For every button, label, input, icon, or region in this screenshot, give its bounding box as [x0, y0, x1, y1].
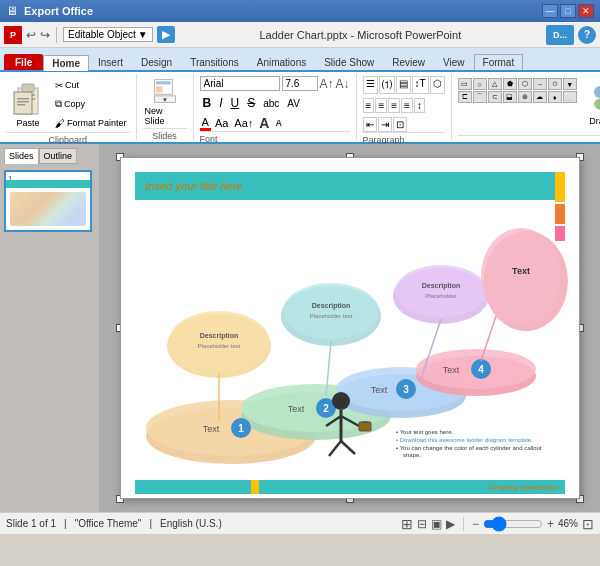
bold-button[interactable]: B — [200, 95, 215, 111]
more-paragraph-button[interactable]: ⊡ — [393, 117, 407, 132]
drawing-button[interactable]: Drawing — [581, 80, 600, 132]
tab-view[interactable]: View — [434, 54, 474, 70]
svg-text:Placeholder text: Placeholder text — [309, 313, 352, 319]
justify-button[interactable]: ≡ — [401, 98, 413, 113]
shape-6[interactable]: → — [533, 78, 547, 90]
slide-frame[interactable]: Insert your title here — [120, 157, 580, 499]
copy-button[interactable]: ⧉Copy — [52, 95, 130, 113]
shape-14[interactable]: ♦ — [548, 91, 562, 103]
svg-rect-8 — [17, 104, 25, 106]
svg-text:Description: Description — [200, 332, 239, 340]
shape-7[interactable]: ✩ — [548, 78, 562, 90]
bottom-accent-bar-yellow — [251, 480, 259, 494]
font-size-large[interactable]: A — [257, 115, 271, 131]
columns-button[interactable]: ▤ — [396, 76, 411, 94]
svg-text:Description: Description — [422, 282, 461, 290]
tab-file[interactable]: File — [4, 54, 43, 70]
shape-3[interactable]: △ — [488, 78, 502, 90]
shape-9[interactable]: ⌒ — [473, 91, 487, 103]
convert-to-smartart[interactable]: ⬡ — [430, 76, 445, 94]
shape-10[interactable]: ⊂ — [488, 91, 502, 103]
slides-tab[interactable]: Slides — [4, 148, 39, 164]
slide-sorter-button[interactable]: ⊟ — [417, 517, 427, 531]
thumb-figure — [10, 192, 86, 226]
slideshow-button[interactable]: ▶ — [446, 517, 455, 531]
svg-text:1: 1 — [238, 423, 244, 434]
line-spacing-button[interactable]: ↕ — [414, 98, 425, 113]
tab-design[interactable]: Design — [132, 54, 181, 70]
cut-button[interactable]: ✂Cut — [52, 76, 130, 94]
drawing-label: Drawing — [589, 116, 600, 126]
char-spacing-button[interactable]: AV — [284, 97, 303, 110]
redo-button[interactable]: ↪ — [40, 28, 50, 42]
numbering-button[interactable]: ⑴ — [379, 76, 395, 94]
align-left-button[interactable]: ≡ — [363, 98, 375, 113]
close-button[interactable]: ✕ — [578, 4, 594, 18]
shape-5[interactable]: ⬡ — [518, 78, 532, 90]
shape-8[interactable]: ⊏ — [458, 91, 472, 103]
svg-point-51 — [395, 265, 487, 317]
increase-indent-button[interactable]: ⇥ — [378, 117, 392, 132]
paste-button[interactable]: Paste — [6, 78, 50, 130]
tab-review[interactable]: Review — [383, 54, 434, 70]
shape-13[interactable]: ☁ — [533, 91, 547, 103]
shape-12[interactable]: ⊛ — [518, 91, 532, 103]
outline-tab[interactable]: Outline — [39, 148, 78, 164]
status-bar: Slide 1 of 1 | "Office Theme" | English … — [0, 512, 600, 534]
reading-view-button[interactable]: ▣ — [431, 517, 442, 531]
font-size-input[interactable] — [282, 76, 318, 91]
maximize-button[interactable]: □ — [560, 4, 576, 18]
svg-point-56 — [481, 228, 561, 324]
tab-home[interactable]: Home — [43, 55, 89, 71]
increase-font-button[interactable]: A↑ — [320, 77, 334, 91]
slide-canvas-area[interactable]: Insert your title here — [100, 144, 600, 512]
fit-window-button[interactable]: ⊡ — [582, 516, 594, 532]
normal-view-button[interactable]: ⊞ — [401, 516, 413, 532]
tab-animations[interactable]: Animations — [248, 54, 315, 70]
text-direction-button[interactable]: ↕T — [412, 76, 429, 94]
theme-info[interactable]: "Office Theme" — [75, 518, 142, 529]
forward-button[interactable]: ▶ — [157, 26, 175, 43]
svg-text:• You can change the color of : • You can change the color of each cylin… — [396, 445, 542, 451]
font-color-button[interactable]: A — [200, 116, 211, 131]
zoom-out-button[interactable]: − — [472, 517, 479, 531]
decrease-font-button[interactable]: A↓ — [336, 77, 350, 91]
strikethrough-button[interactable]: S — [244, 95, 258, 111]
tab-format[interactable]: Format — [474, 54, 524, 70]
decrease-indent-button[interactable]: ⇤ — [363, 117, 377, 132]
shape-4[interactable]: ⬟ — [503, 78, 517, 90]
tab-slideshow[interactable]: Slide Show — [315, 54, 383, 70]
svg-rect-11 — [156, 86, 163, 93]
shadow-button[interactable]: abc — [260, 97, 282, 110]
shape-1[interactable]: ▭ — [458, 78, 472, 90]
underline-button[interactable]: U — [228, 95, 243, 111]
font-name-input[interactable] — [200, 76, 280, 91]
slide-thumbnail-1[interactable]: 1 — [4, 170, 92, 232]
help-button[interactable]: ? — [578, 26, 596, 44]
shape-2[interactable]: ○ — [473, 78, 487, 90]
svg-rect-65 — [359, 422, 371, 431]
shape-11[interactable]: ⬓ — [503, 91, 517, 103]
tab-transitions[interactable]: Transitions — [181, 54, 248, 70]
zoom-slider[interactable] — [483, 519, 543, 529]
new-slide-button[interactable]: ▼ New Slide — [143, 76, 187, 128]
shape-15[interactable]: ⬜ — [563, 91, 577, 103]
text-highlight-button[interactable]: Aa — [213, 117, 230, 129]
format-painter-button[interactable]: 🖌Format Painter — [52, 114, 130, 132]
align-right-button[interactable]: ≡ — [388, 98, 400, 113]
bullets-button[interactable]: ☰ — [363, 76, 378, 94]
align-center-button[interactable]: ≡ — [375, 98, 387, 113]
language-info[interactable]: English (U.S.) — [160, 518, 222, 529]
italic-button[interactable]: I — [216, 95, 225, 111]
font-size-small[interactable]: A — [273, 118, 284, 128]
change-case-button[interactable]: Aa↑ — [232, 117, 255, 129]
tab-insert[interactable]: Insert — [89, 54, 132, 70]
minimize-button[interactable]: — — [542, 4, 558, 18]
shape-more[interactable]: ▼ — [563, 78, 577, 90]
object-selector[interactable]: Editable Object ▼ — [63, 27, 153, 42]
undo-button[interactable]: ↩ — [26, 28, 36, 42]
ladder-chart: 1 2 3 4 Text Text Text Text Description — [131, 206, 571, 476]
drawing-icon — [590, 82, 600, 114]
zoom-in-button[interactable]: + — [547, 517, 554, 531]
d-button[interactable]: D... — [546, 25, 574, 45]
